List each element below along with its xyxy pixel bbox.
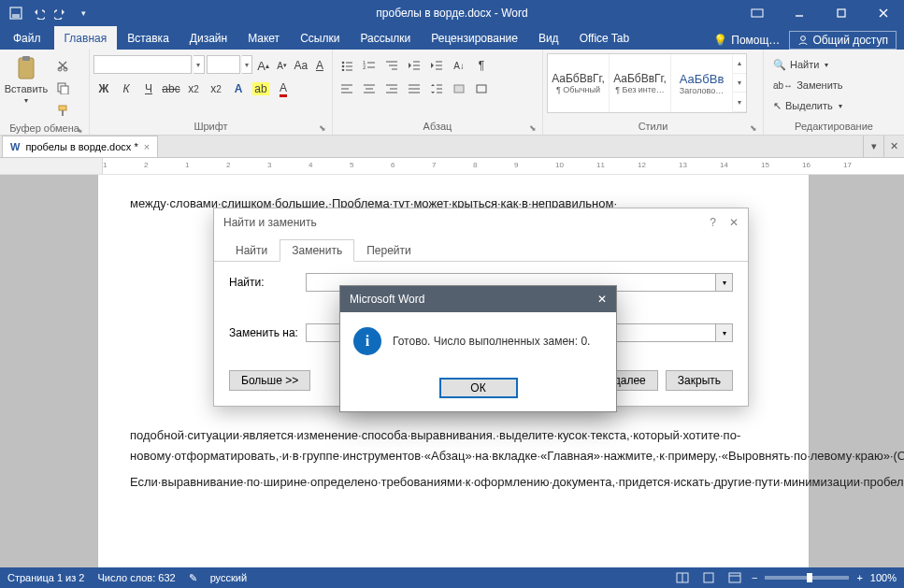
style-normal[interactable]: АаБбВвГг,¶ Обычный [548,54,610,112]
tab-file[interactable]: Файл [0,26,54,50]
dlg-tab-find[interactable]: Найти [223,239,280,262]
qat-customize-icon[interactable]: ▾ [73,3,93,23]
multilevel-icon[interactable] [381,55,402,76]
sort-icon[interactable]: A↓ [449,55,469,76]
help-icon[interactable]: ? [710,216,716,229]
bold-icon[interactable]: Ж [93,79,114,99]
zoom-in-icon[interactable]: + [856,572,862,583]
align-left-icon[interactable] [337,79,357,99]
paste-button[interactable]: Вставить ▾ [4,51,49,105]
ok-button[interactable]: ОК [439,378,518,398]
status-words[interactable]: Число слов: 632 [97,572,175,583]
chevron-down-icon[interactable]: ▾ [194,55,205,74]
svg-rect-51 [477,85,486,93]
chevron-down-icon[interactable]: ▾ [716,273,733,292]
line-spacing-icon[interactable] [426,79,447,99]
find-button[interactable]: 🔍Найти▾ [773,55,843,74]
minimize-icon[interactable] [778,0,820,26]
print-layout-icon[interactable] [699,569,718,586]
gallery-down-icon[interactable]: ▾ [733,74,746,93]
format-painter-icon[interactable] [52,100,73,121]
doc-paragraph: Если·выравнивание·по·ширине·определено·т… [130,472,777,493]
zoom-out-icon[interactable]: − [752,572,757,583]
font-name-input[interactable] [93,55,192,74]
tab-mailings[interactable]: Рассылки [350,26,421,50]
tab-references[interactable]: Ссылки [290,26,350,50]
paragraph-launcher-icon[interactable]: ⬊ [529,123,537,133]
align-center-icon[interactable] [359,79,380,99]
more-button[interactable]: Больше >> [229,370,310,391]
font-color-icon[interactable]: A [273,79,294,99]
align-right-icon[interactable] [381,79,402,99]
close-msgbox-icon[interactable]: ✕ [597,293,607,306]
styles-gallery[interactable]: АаБбВвГг,¶ Обычный АаБбВвГг,¶ Без инте… … [547,53,747,113]
tab-insert[interactable]: Вставка [117,26,179,50]
shrink-font-icon[interactable]: A▾ [274,55,291,76]
replace-button[interactable]: ab↔Заменить [773,76,843,94]
chevron-down-icon[interactable]: ▾ [716,323,733,342]
gallery-more-icon[interactable]: ▾ [733,93,746,112]
subscript-icon[interactable]: x2 [183,79,204,99]
undo-icon[interactable] [28,3,49,23]
tab-view[interactable]: Вид [528,26,569,50]
select-button[interactable]: ↖Выделить▾ [773,96,843,115]
change-case-icon[interactable]: Aa [293,55,309,76]
cursor-icon: ↖ [773,100,782,112]
pilcrow-icon[interactable]: ¶ [471,55,492,76]
grow-font-icon[interactable]: A▴ [254,55,271,76]
status-page[interactable]: Страница 1 из 2 [7,572,84,583]
close-dialog-button[interactable]: Закрыть [666,370,733,391]
outdent-icon[interactable] [404,55,424,76]
tab-officetab[interactable]: Office Tab [569,26,640,50]
doctabs-menu-icon[interactable]: ▾ [863,136,883,157]
close-icon[interactable] [862,0,904,26]
web-layout-icon[interactable] [725,569,744,586]
cut-icon[interactable] [52,55,73,76]
zoom-slider[interactable] [765,576,849,580]
borders-icon[interactable] [471,79,492,99]
numbering-icon[interactable]: 12 [359,55,380,76]
gallery-up-icon[interactable]: ▴ [733,54,746,74]
doctabs-close-icon[interactable]: ✕ [883,136,904,157]
clear-format-icon[interactable]: A [311,55,328,76]
chevron-down-icon[interactable]: ▾ [242,55,253,74]
copy-icon[interactable] [52,78,73,98]
dlg-tab-replace[interactable]: Заменить [280,239,354,262]
bullets-icon[interactable] [337,55,357,76]
ribbon-display-icon[interactable] [736,0,778,26]
clipboard-launcher-icon[interactable]: ⬊ [76,125,83,135]
ruler[interactable]: 121234567891011121314151617 [0,158,904,175]
spellcheck-icon[interactable]: ✎ [189,572,197,584]
highlight-icon[interactable]: ab [251,79,271,99]
share-button[interactable]: Общий доступ [789,31,897,50]
tab-design[interactable]: Дизайн [179,26,237,50]
tab-review[interactable]: Рецензирование [421,26,528,50]
tab-home[interactable]: Главная [54,26,118,50]
strike-icon[interactable]: abc [161,79,181,99]
indent-icon[interactable] [426,55,447,76]
close-dialog-icon[interactable]: ✕ [729,216,739,229]
maximize-icon[interactable] [820,0,862,26]
tell-me[interactable]: 💡 Помощ… [713,34,780,47]
shading-icon[interactable] [449,79,469,99]
doctab-active[interactable]: W пробелы в ворде.docx * × [2,136,158,157]
redo-icon[interactable] [50,3,71,23]
text-effects-icon[interactable]: A [228,79,249,99]
close-tab-icon[interactable]: × [144,141,150,152]
read-mode-icon[interactable] [673,569,692,586]
replace-label: Заменить на: [229,326,306,339]
dlg-tab-goto[interactable]: Перейти [354,239,423,262]
font-size-input[interactable] [207,55,240,74]
style-heading1[interactable]: АаБбВвЗаголово… [671,54,733,112]
align-justify-icon[interactable] [404,79,424,99]
styles-launcher-icon[interactable]: ⬊ [750,123,757,133]
font-launcher-icon[interactable]: ⬊ [319,123,326,133]
style-no-spacing[interactable]: АаБбВвГг,¶ Без инте… [610,54,671,112]
underline-icon[interactable]: Ч [138,79,159,99]
status-lang[interactable]: русский [210,572,247,583]
superscript-icon[interactable]: x2 [206,79,226,99]
status-zoom[interactable]: 100% [870,572,897,583]
italic-icon[interactable]: К [116,79,136,99]
tab-layout[interactable]: Макет [237,26,290,50]
save-icon[interactable] [6,3,26,23]
